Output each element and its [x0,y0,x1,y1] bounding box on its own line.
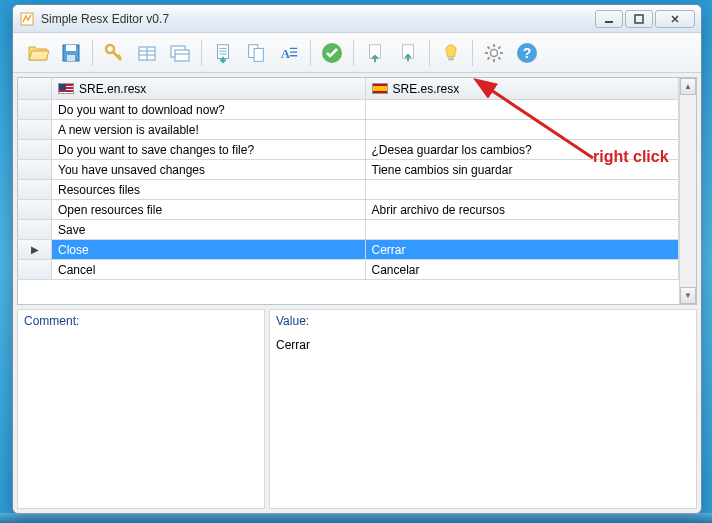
table-row[interactable]: CancelCancelar [18,260,679,280]
maximize-button[interactable] [625,10,653,28]
comment-textarea[interactable] [18,332,264,508]
annotation-label: right click [593,148,669,166]
table-row[interactable]: You have unsaved changesTiene cambios si… [18,160,679,180]
cell-en[interactable]: Resources files [52,180,366,199]
corner-cell[interactable] [18,78,52,99]
row-header[interactable] [18,140,52,159]
table-row[interactable]: A new version is available! [18,120,679,140]
app-icon [19,11,35,27]
data-grid[interactable]: SRE.en.resx SRE.es.resx Do you want to d… [18,78,679,304]
cell-en[interactable]: A new version is available! [52,120,366,139]
svg-rect-9 [175,50,189,61]
cell-en[interactable]: Open resources file [52,200,366,219]
table-row[interactable]: Resources files [18,180,679,200]
us-flag-icon [58,83,74,94]
svg-point-6 [106,45,114,53]
minimize-button[interactable] [595,10,623,28]
taskbar-glimpse [0,513,712,523]
scroll-track[interactable] [680,95,696,287]
value-label: Value: [270,310,696,332]
value-pane: Value: [269,309,697,509]
idea-button[interactable] [436,38,466,68]
scroll-up-button[interactable]: ▲ [680,78,696,95]
save-button[interactable] [56,38,86,68]
settings-button[interactable] [479,38,509,68]
svg-point-18 [491,49,498,56]
window-title: Simple Resx Editor v0.7 [41,12,595,26]
app-window: Simple Resx Editor v0.7 [12,4,702,514]
cell-es[interactable]: Abrir archivo de recursos [366,200,680,219]
row-header[interactable] [18,260,52,279]
key-button[interactable] [99,38,129,68]
cell-es[interactable] [366,180,680,199]
table-row[interactable]: Open resources fileAbrir archivo de recu… [18,200,679,220]
comment-pane: Comment: [17,309,265,509]
value-textarea[interactable] [270,332,696,508]
svg-rect-5 [67,55,75,61]
svg-rect-4 [66,45,76,51]
cell-es[interactable]: Cerrar [366,240,680,259]
column-header-es[interactable]: SRE.es.resx [366,78,680,99]
svg-text:A: A [281,46,291,60]
es-flag-icon [372,83,388,94]
doc-import-button[interactable] [360,38,390,68]
grid-body: Do you want to download now?A new versio… [18,100,679,280]
open-button[interactable] [23,38,53,68]
bottom-panes: Comment: Value: [17,309,697,509]
help-button[interactable]: ? [512,38,542,68]
svg-rect-2 [635,15,643,23]
vertical-scrollbar[interactable]: ▲ ▼ [679,78,696,304]
svg-rect-17 [448,57,454,60]
row-header[interactable] [18,160,52,179]
cell-en[interactable]: Cancel [52,260,366,279]
grid-container: SRE.en.resx SRE.es.resx Do you want to d… [17,77,697,305]
row-header[interactable] [18,220,52,239]
doc-export-button[interactable] [393,38,423,68]
separator [429,40,430,66]
grid-button[interactable] [132,38,162,68]
row-header[interactable] [18,100,52,119]
window-controls [595,10,695,28]
cell-en[interactable]: Save [52,220,366,239]
grid2-button[interactable] [165,38,195,68]
table-row[interactable]: Do you want to save changes to file?¿Des… [18,140,679,160]
titlebar[interactable]: Simple Resx Editor v0.7 [13,5,701,33]
table-row[interactable]: Do you want to download now? [18,100,679,120]
separator [472,40,473,66]
svg-rect-1 [605,21,613,23]
row-header[interactable] [18,120,52,139]
column-label: SRE.es.resx [393,82,460,96]
cell-en[interactable]: You have unsaved changes [52,160,366,179]
text-format-button[interactable]: A [274,38,304,68]
comment-label: Comment: [18,310,264,332]
cell-es[interactable]: Cancelar [366,260,680,279]
table-row[interactable]: ▶CloseCerrar [18,240,679,260]
grid-header: SRE.en.resx SRE.es.resx [18,78,679,100]
separator [310,40,311,66]
table-row[interactable]: Save [18,220,679,240]
content-area: right click SRE.en.resx SRE.es.resx Do y… [13,73,701,513]
separator [201,40,202,66]
cell-es[interactable] [366,120,680,139]
cell-en[interactable]: Do you want to save changes to file? [52,140,366,159]
doc-multi-button[interactable] [241,38,271,68]
separator [92,40,93,66]
cell-es[interactable] [366,100,680,119]
scroll-down-button[interactable]: ▼ [680,287,696,304]
check-button[interactable] [317,38,347,68]
row-header[interactable]: ▶ [18,240,52,259]
close-button[interactable] [655,10,695,28]
column-header-en[interactable]: SRE.en.resx [52,78,366,99]
cell-es[interactable] [366,220,680,239]
toolbar: A ? [13,33,701,73]
separator [353,40,354,66]
cell-en[interactable]: Close [52,240,366,259]
column-label: SRE.en.resx [79,82,146,96]
row-header[interactable] [18,200,52,219]
svg-rect-12 [254,48,263,61]
doc-down-button[interactable] [208,38,238,68]
svg-text:?: ? [523,45,532,61]
row-header[interactable] [18,180,52,199]
cell-en[interactable]: Do you want to download now? [52,100,366,119]
